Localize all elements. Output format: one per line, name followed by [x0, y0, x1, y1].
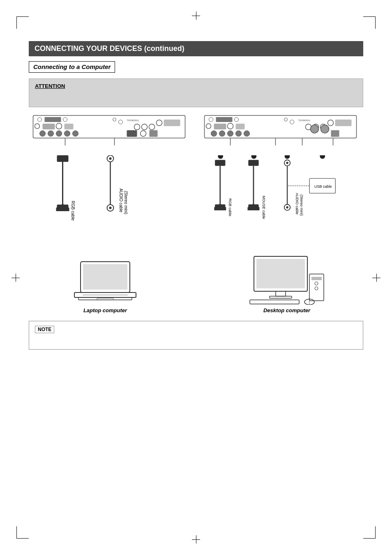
svg-rect-47 — [236, 124, 245, 129]
svg-point-62 — [321, 125, 329, 133]
svg-point-16 — [40, 131, 46, 136]
svg-point-83 — [286, 162, 288, 164]
svg-rect-63 — [331, 130, 339, 137]
diagram-right: TERMINAL — [200, 115, 363, 251]
svg-point-18 — [56, 131, 62, 136]
svg-point-20 — [73, 131, 78, 136]
svg-rect-72 — [215, 160, 225, 166]
crosshair-bottom — [192, 535, 200, 543]
svg-point-54 — [328, 120, 334, 126]
svg-point-41 — [209, 117, 213, 122]
svg-point-6 — [56, 123, 62, 129]
svg-rect-103 — [311, 277, 322, 280]
desktop-section: Desktop computer — [210, 256, 363, 313]
svg-text:TERMINAL: TERMINAL — [298, 119, 311, 122]
svg-rect-106 — [250, 300, 299, 304]
svg-point-61 — [311, 125, 319, 133]
laptop-label: Laptop computer — [83, 307, 127, 313]
svg-point-56 — [211, 131, 217, 136]
svg-rect-93 — [83, 264, 127, 290]
svg-point-49 — [290, 120, 294, 124]
svg-text:USB cable: USB cable — [314, 184, 332, 189]
computer-area: Laptop computer Desk — [29, 256, 363, 313]
right-cable-diagram: RGB cable MOUSE cable AUDIO cable (Stere… — [200, 155, 363, 250]
right-device-panel: TERMINAL — [200, 115, 363, 154]
laptop-section: Laptop computer — [29, 260, 182, 313]
svg-rect-2 — [45, 117, 61, 122]
svg-point-35 — [109, 207, 112, 209]
svg-point-3 — [63, 117, 67, 122]
diagram-area: TERMINAL — [29, 115, 363, 251]
svg-point-70 — [285, 155, 290, 159]
svg-point-60 — [244, 131, 250, 136]
svg-point-57 — [219, 131, 225, 136]
svg-point-12 — [142, 124, 148, 130]
svg-rect-77 — [248, 160, 258, 166]
sub-heading: Connecting to a Computer — [29, 61, 115, 73]
svg-rect-100 — [276, 291, 286, 296]
svg-point-71 — [320, 155, 325, 159]
svg-point-44 — [206, 124, 211, 129]
laptop-image — [72, 260, 138, 305]
svg-rect-101 — [270, 296, 292, 298]
svg-rect-15 — [164, 120, 180, 126]
svg-point-104 — [315, 282, 318, 285]
corner-mark-tl — [16, 16, 29, 29]
attention-box: ATTENTION — [29, 78, 363, 107]
svg-rect-55 — [335, 120, 352, 126]
diagram-left: TERMINAL — [29, 115, 192, 251]
corner-mark-tr — [363, 16, 376, 29]
svg-point-105 — [315, 287, 318, 290]
svg-text:TERMINAL: TERMINAL — [127, 119, 140, 122]
svg-point-17 — [48, 131, 54, 136]
svg-point-32 — [109, 157, 112, 160]
left-cable-diagram: RGB cable AUDIO cable (Stereo mini) — [29, 155, 192, 250]
svg-point-14 — [157, 120, 162, 126]
svg-text:AUDIO cable: AUDIO cable — [119, 189, 123, 213]
svg-point-58 — [228, 131, 233, 136]
svg-text:AUDIO cable: AUDIO cable — [295, 193, 299, 214]
corner-mark-bl — [16, 526, 29, 539]
svg-rect-26 — [57, 155, 69, 162]
svg-text:RGB cable: RGB cable — [228, 198, 232, 216]
corner-mark-br — [363, 526, 376, 539]
svg-text:RGB cable: RGB cable — [71, 201, 75, 221]
left-device-panel: TERMINAL — [29, 115, 192, 154]
svg-point-1 — [38, 117, 42, 122]
svg-rect-45 — [214, 124, 226, 129]
svg-point-43 — [235, 117, 239, 122]
svg-point-8 — [113, 118, 116, 121]
svg-rect-21 — [127, 130, 137, 137]
svg-point-9 — [119, 120, 123, 124]
svg-point-11 — [134, 124, 140, 130]
svg-point-22 — [141, 131, 146, 136]
svg-point-59 — [236, 131, 242, 136]
svg-text:(Stereo mini): (Stereo mini) — [300, 195, 304, 216]
svg-text:(Stereo mini): (Stereo mini) — [124, 191, 128, 214]
svg-point-46 — [228, 123, 233, 129]
attention-label: ATTENTION — [35, 83, 357, 89]
svg-rect-7 — [65, 124, 74, 129]
note-box: NOTE — [29, 321, 363, 350]
crosshair-right — [372, 274, 380, 282]
svg-point-68 — [218, 155, 223, 159]
svg-text:MOUSE cable: MOUSE cable — [262, 196, 266, 219]
desktop-label: Desktop computer — [263, 307, 310, 313]
crosshair-left — [12, 274, 20, 282]
svg-rect-42 — [216, 117, 233, 122]
svg-rect-5 — [43, 124, 55, 129]
svg-rect-99 — [256, 259, 305, 288]
svg-rect-23 — [150, 130, 158, 137]
svg-point-4 — [35, 124, 40, 129]
note-label: NOTE — [35, 326, 54, 333]
desktop-image — [246, 256, 328, 305]
svg-point-86 — [286, 206, 288, 208]
main-heading: CONNECTING YOUR DEVICES (continued) — [29, 41, 363, 56]
svg-point-48 — [284, 118, 288, 121]
svg-point-13 — [149, 124, 155, 130]
crosshair-top — [192, 12, 200, 20]
svg-point-69 — [251, 155, 257, 159]
svg-point-19 — [65, 131, 70, 136]
